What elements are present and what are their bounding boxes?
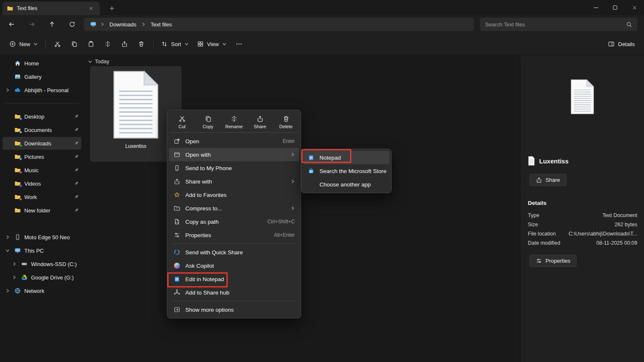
copy-button[interactable] [66,37,83,51]
delete-button[interactable] [133,37,150,51]
sidebar-item-windows-ssd[interactable]: Windows-SSD (C:) [9,258,81,270]
rename-icon [104,41,111,47]
menu-item-open-with[interactable]: Open with [169,148,299,161]
cut-button[interactable] [49,37,66,51]
pin-icon [74,181,80,186]
pin-icon [74,194,80,199]
sidebar-item-music[interactable]: Music [3,164,81,176]
sidebar-item-desktop[interactable]: Desktop [3,110,81,123]
sort-button[interactable]: Sort [157,37,193,51]
context-menu: Cut Copy Rename Share Delete Open Enter … [167,110,301,318]
quick-rename-button[interactable]: Rename [221,112,247,132]
back-button[interactable] [5,18,18,31]
sidebar-item-new-folder[interactable]: New folder [3,204,81,217]
sidebar-item-this-pc[interactable]: This PC [3,244,81,257]
menu-item-properties[interactable]: Properties Alt+Enter [169,228,299,242]
submenu-item-notepad[interactable]: Notepad [303,151,390,164]
address-bar[interactable]: Downloads Text files [84,18,474,31]
submenu-item-choose-another-app[interactable]: Choose another app [303,178,390,191]
quick-cut-button[interactable]: Cut [169,112,195,132]
chevron-down-icon[interactable] [3,248,12,253]
breadcrumb-text-files[interactable]: Text files [147,20,175,29]
minimize-button[interactable] [586,0,605,15]
refresh-button[interactable] [65,18,79,31]
sidebar-item-onedrive[interactable]: Abhijith - Personal [3,84,81,96]
chevron-right-icon[interactable] [10,275,18,279]
details-pane: Luxentiss Share Details Type Text Docume… [520,55,644,362]
rename-icon [231,115,238,122]
menu-item-compress-to[interactable]: Compress to... [169,202,299,215]
menu-item-ask-copilot[interactable]: Ask Copilot [169,259,299,272]
sidebar-item-phone-device[interactable]: Moto Edge 50 Neo [3,231,81,243]
chevron-right-icon [291,153,295,157]
share-icon [536,177,542,183]
phone-icon [173,165,180,171]
open-with-submenu: Notepad Search the Microsoft Store Choos… [301,149,392,193]
tab-close-icon[interactable] [86,4,96,13]
paste-icon [88,41,94,47]
chevron-down-icon [88,59,92,64]
menu-item-share-with[interactable]: Share with [169,175,299,188]
menu-item-send-with-quick-share[interactable]: Send with Quick Share [169,246,299,259]
up-button[interactable] [45,18,59,31]
menu-item-edit-in-notepad[interactable]: Edit in Notepad [169,272,299,286]
shortcut-label: Alt+Enter [274,232,295,238]
more-commands-button[interactable] [231,37,247,51]
menu-item-add-to-favorites[interactable]: Add to Favorites [169,188,299,202]
menu-item-show-more-options[interactable]: Show more options [169,303,299,316]
chevron-right-icon[interactable] [3,289,12,293]
quick-delete-button[interactable]: Delete [273,112,299,132]
sidebar-item-videos[interactable]: Videos [3,177,81,190]
sort-label: Sort [171,41,181,47]
documents-folder-icon [14,127,22,133]
new-tab-button[interactable] [107,4,117,13]
details-pane-icon [608,41,615,47]
quick-actions-row: Cut Copy Rename Share Delete [169,112,299,133]
menu-item-open[interactable]: Open Enter [169,134,299,148]
paste-button[interactable] [83,37,99,51]
pin-icon [74,154,80,159]
details-pane-toggle[interactable]: Details [604,37,639,51]
text-document-icon [569,79,596,114]
explorer-tab[interactable]: Text files [3,2,100,15]
new-button[interactable]: New [5,37,42,51]
file-list-area[interactable]: Today Luxentiss [84,55,520,362]
share-button[interactable] [116,37,133,51]
copy-icon [205,115,212,122]
sidebar-item-home[interactable]: Home [3,57,81,70]
maximize-button[interactable] [605,0,625,15]
chevron-right-icon[interactable] [3,88,12,92]
chevron-right-icon[interactable] [3,235,12,239]
search-icon[interactable] [626,21,632,28]
chevron-right-icon[interactable] [10,262,18,266]
view-button[interactable]: View [193,37,231,51]
sidebar-item-downloads[interactable]: Downloads [3,137,81,150]
sidebar-item-gallery[interactable]: Gallery [3,70,81,83]
menu-item-send-to-my-phone[interactable]: Send to My Phone [169,161,299,175]
more-options-icon [173,306,180,313]
notepad-icon [173,276,180,282]
quick-share-button[interactable]: Share [247,112,273,132]
sidebar-item-network[interactable]: Network [3,284,81,297]
cut-icon [179,115,186,122]
sidebar-item-google-drive[interactable]: Google Drive (G:) [9,271,81,284]
details-properties-button[interactable]: Properties [530,255,576,267]
share-icon [173,178,180,185]
submenu-item-search-microsoft-store[interactable]: Search the Microsoft Store [303,164,390,178]
group-header-today[interactable]: Today [88,58,109,65]
copy-icon [71,41,78,47]
details-share-button[interactable]: Share [530,174,566,186]
forward-button[interactable] [25,18,39,31]
search-input[interactable]: Search Text files [480,18,637,31]
menu-item-add-to-share-hub[interactable]: Add to Share hub [169,286,299,299]
quick-copy-button[interactable]: Copy [195,112,221,132]
sidebar-item-documents[interactable]: Documents [3,124,81,136]
menu-item-copy-as-path[interactable]: Copy as path Ctrl+Shift+C [169,215,299,228]
sidebar-item-work[interactable]: Work [3,191,81,203]
breadcrumb-downloads[interactable]: Downloads [106,20,140,29]
close-button[interactable] [625,0,644,15]
new-plus-icon [9,41,16,47]
rename-button[interactable] [99,37,116,51]
details-label: Details [618,41,635,47]
sidebar-item-pictures[interactable]: Pictures [3,150,81,163]
